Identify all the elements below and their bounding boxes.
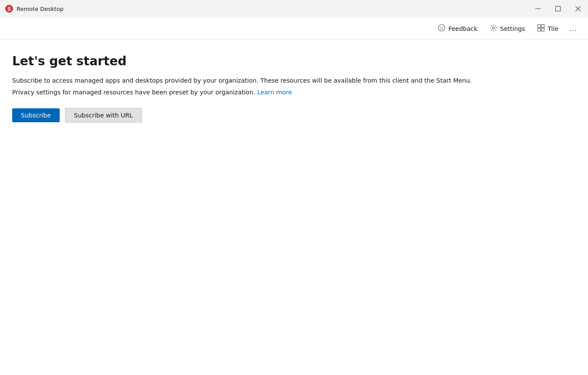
svg-rect-13 — [541, 28, 544, 31]
settings-icon — [490, 24, 497, 33]
privacy-line: Privacy settings for managed resources h… — [12, 89, 576, 96]
tile-button[interactable]: Tile — [532, 21, 564, 36]
app-title: Remote Desktop — [17, 6, 64, 12]
subscribe-with-url-button[interactable]: Subscribe with URL — [65, 108, 142, 123]
privacy-prefix-text: Privacy settings for managed resources h… — [12, 89, 255, 96]
subscribe-button[interactable]: Subscribe — [12, 108, 60, 122]
svg-rect-3 — [556, 7, 561, 11]
main-content: Let's get started Subscribe to access ma… — [0, 40, 588, 375]
svg-point-8 — [443, 27, 443, 27]
svg-rect-11 — [541, 24, 544, 27]
app-icon: S — [5, 5, 13, 13]
svg-point-9 — [493, 27, 495, 29]
learn-more-link[interactable]: Learn more — [257, 89, 292, 96]
maximize-button[interactable] — [548, 0, 568, 17]
description-text: Subscribe to access managed apps and des… — [12, 76, 491, 85]
svg-rect-2 — [535, 9, 541, 9]
more-icon: ... — [569, 24, 577, 33]
minimize-button[interactable] — [528, 0, 548, 17]
svg-text:S: S — [7, 6, 11, 12]
close-button[interactable] — [568, 0, 588, 17]
feedback-button[interactable]: Feedback — [433, 21, 483, 36]
tile-icon — [537, 24, 545, 33]
settings-button[interactable]: Settings — [484, 21, 530, 36]
more-options-button[interactable]: ... — [565, 21, 581, 37]
settings-label: Settings — [500, 25, 525, 32]
svg-rect-12 — [538, 28, 541, 31]
feedback-label: Feedback — [448, 25, 477, 32]
buttons-row: Subscribe Subscribe with URL — [12, 108, 576, 123]
svg-point-7 — [440, 27, 441, 27]
toolbar: Feedback Settings Tile ... — [0, 17, 588, 40]
feedback-icon — [438, 24, 446, 33]
page-title: Let's get started — [12, 54, 576, 68]
title-bar-left: S Remote Desktop — [5, 5, 64, 13]
svg-point-6 — [439, 24, 445, 31]
tile-label: Tile — [547, 25, 558, 32]
window-controls — [528, 0, 588, 17]
svg-rect-10 — [538, 24, 541, 27]
title-bar: S Remote Desktop — [0, 0, 588, 17]
